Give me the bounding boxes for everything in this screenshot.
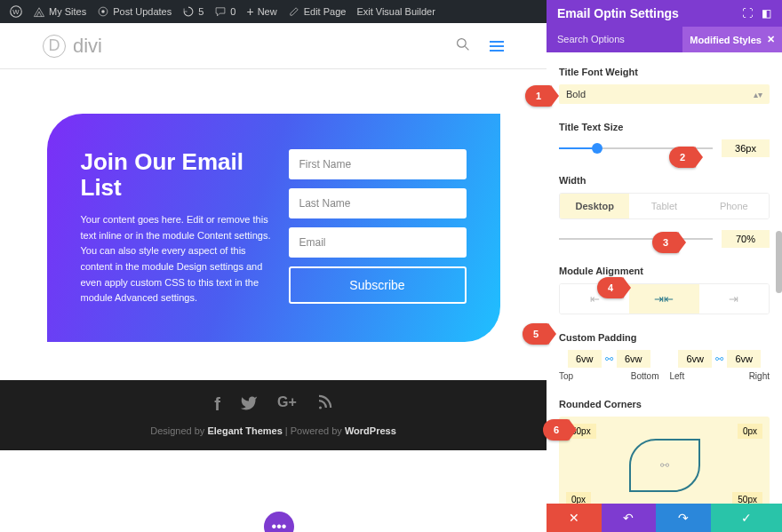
optin-title: Join Our Email List: [81, 149, 271, 200]
align-left-icon: ⇤: [590, 292, 600, 306]
edit-page-link[interactable]: Edit Page: [283, 5, 351, 18]
title-font-weight-select[interactable]: Bold ▴▾: [559, 84, 770, 104]
align-right-button[interactable]: ⇥: [699, 284, 769, 314]
rounded-corners-control[interactable]: 50px 0px 0px 50px ⚯: [559, 417, 770, 504]
svg-point-6: [458, 38, 467, 47]
settings-panel: Email Optin Settings ⛶ ◧ Search Options …: [547, 0, 782, 532]
svg-line-7: [465, 46, 468, 50]
save-button[interactable]: ✓: [711, 504, 782, 532]
align-center-icon: ⇥⇤: [654, 292, 674, 306]
new-link[interactable]: +New: [242, 4, 281, 19]
width-value[interactable]: 70%: [722, 230, 770, 248]
corner-tr-input[interactable]: 0px: [738, 424, 762, 439]
search-icon[interactable]: [456, 37, 470, 55]
align-right-icon: ⇥: [729, 292, 738, 306]
google-plus-icon[interactable]: G+: [277, 394, 297, 417]
builder-fab[interactable]: •••: [264, 512, 294, 532]
redo-button[interactable]: ↷: [656, 504, 711, 532]
annotation-marker-3: 3: [652, 232, 679, 253]
email-optin-module[interactable]: Join Our Email List Your content goes he…: [47, 114, 500, 342]
site-footer: f G+ Designed by Elegant Themes | Powere…: [0, 380, 547, 450]
tab-phone[interactable]: Phone: [699, 194, 769, 218]
redo-icon: ↷: [678, 511, 689, 525]
svg-point-3: [101, 10, 105, 13]
link-icon[interactable]: ⚯: [715, 353, 723, 365]
subscribe-button[interactable]: Subscribe: [289, 266, 467, 304]
annotation-marker-2: 2: [669, 147, 696, 168]
title-text-size-value[interactable]: 36px: [722, 139, 770, 157]
site-header: D divi: [0, 23, 547, 69]
footer-credits: Designed by Elegant Themes | Powered by …: [0, 425, 547, 436]
link-icon[interactable]: ⚯: [660, 459, 669, 472]
corner-br-input[interactable]: 50px: [732, 492, 762, 504]
exit-visual-builder-link[interactable]: Exit Visual Builder: [352, 6, 439, 17]
optin-description: Your content goes here. Edit or remove t…: [81, 212, 271, 306]
modified-styles-pill[interactable]: Modified Styles✕: [682, 27, 782, 52]
menu-icon[interactable]: [490, 41, 504, 52]
align-center-button[interactable]: ⇥⇤: [629, 284, 698, 314]
scrollbar[interactable]: [776, 231, 782, 293]
post-updates-link[interactable]: Post Updates: [92, 5, 176, 18]
comments-count[interactable]: 0: [210, 5, 240, 18]
padding-top-input[interactable]: 6vw: [568, 350, 602, 368]
logo-icon: D: [43, 35, 66, 58]
corners-preview-shape: ⚯: [629, 439, 700, 492]
annotation-marker-4: 4: [597, 277, 624, 298]
facebook-icon[interactable]: f: [214, 394, 220, 417]
site-logo[interactable]: D divi: [43, 35, 102, 58]
title-font-weight-label: Title Font Weight: [559, 67, 770, 77]
tab-tablet[interactable]: Tablet: [629, 194, 698, 218]
snap-icon[interactable]: ◧: [762, 7, 771, 20]
search-options[interactable]: Search Options: [557, 27, 625, 52]
padding-left-input[interactable]: 6vw: [678, 350, 712, 368]
link-icon[interactable]: ⚯: [605, 353, 613, 365]
annotation-marker-5: 5: [523, 323, 549, 345]
corner-bl-input[interactable]: 0px: [566, 492, 591, 504]
close-icon[interactable]: ✕: [767, 34, 775, 45]
panel-title: Email Optin Settings: [557, 6, 679, 20]
close-icon: ✕: [569, 511, 579, 525]
updates-count[interactable]: 5: [178, 5, 208, 18]
expand-icon[interactable]: ⛶: [742, 7, 753, 20]
first-name-field[interactable]: [289, 149, 467, 179]
padding-bottom-input[interactable]: 6vw: [617, 350, 650, 368]
title-text-size-label: Title Text Size: [559, 122, 770, 132]
check-icon: ✓: [741, 511, 752, 525]
rss-icon[interactable]: [316, 394, 332, 417]
twitter-icon[interactable]: [240, 394, 258, 417]
email-field[interactable]: [289, 227, 467, 258]
last-name-field[interactable]: [289, 188, 467, 218]
padding-label: Custom Padding: [559, 332, 770, 343]
page-preview: D divi Join Our Email List Your content …: [0, 23, 547, 532]
my-sites-link[interactable]: My Sites: [28, 5, 91, 18]
undo-button[interactable]: ↶: [602, 504, 657, 532]
wp-logo[interactable]: W: [5, 5, 27, 18]
chevron-updown-icon: ▴▾: [754, 90, 762, 99]
svg-text:W: W: [12, 8, 20, 16]
corners-label: Rounded Corners: [559, 399, 770, 409]
width-label: Width: [559, 175, 770, 186]
annotation-marker-1: 1: [525, 85, 552, 107]
padding-right-input[interactable]: 6vw: [727, 350, 761, 368]
undo-icon: ↶: [623, 511, 634, 525]
annotation-marker-6: 6: [543, 419, 570, 441]
cancel-button[interactable]: ✕: [547, 504, 602, 532]
tab-desktop[interactable]: Desktop: [560, 194, 629, 218]
panel-footer: ✕ ↶ ↷ ✓: [547, 504, 782, 532]
width-slider[interactable]: [559, 238, 713, 240]
alignment-label: Module Alignment: [559, 266, 770, 276]
